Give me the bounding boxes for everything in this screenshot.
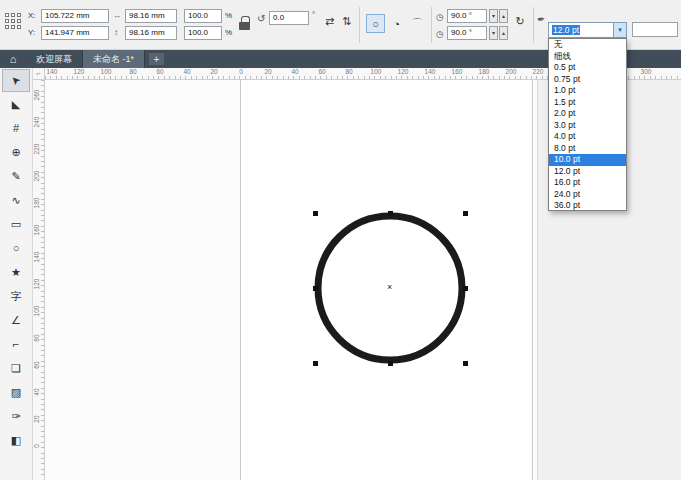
- y-position-field[interactable]: 141.947 mm: [41, 26, 109, 40]
- scale-x-field[interactable]: 100.0: [184, 9, 222, 23]
- anchor-point-selector-icon[interactable]: [5, 13, 23, 37]
- scale-y-field[interactable]: 100.0: [184, 26, 222, 40]
- rotation-icon: ↺: [257, 14, 265, 24]
- ruler-h-label: 300: [637, 68, 655, 75]
- ruler-v-label: 200: [33, 166, 43, 186]
- ruler-v-label: 60: [33, 355, 43, 375]
- transparency-tool[interactable]: ▨: [2, 381, 30, 404]
- ruler-h-label: 80: [340, 68, 358, 75]
- freehand-tool[interactable]: ✎: [2, 165, 30, 188]
- drop-shadow-tool-icon: ❏: [11, 363, 21, 374]
- scale-x-percent-label: %: [225, 11, 232, 20]
- interactive-fill-tool-icon: ◧: [11, 435, 21, 446]
- start-angle-field[interactable]: 90.0 °: [447, 9, 487, 23]
- outline-width-option[interactable]: 0.75 pt: [549, 74, 626, 86]
- selection-handle[interactable]: [313, 361, 318, 366]
- new-document-tab-button[interactable]: +: [149, 53, 164, 65]
- outline-width-option[interactable]: 36.0 pt: [549, 200, 626, 211]
- outline-width-option[interactable]: 12.0 pt: [549, 166, 626, 178]
- outline-width-option[interactable]: 4.0 pt: [549, 131, 626, 143]
- outline-width-option[interactable]: 1.0 pt: [549, 85, 626, 97]
- end-angle-spin-up[interactable]: ▴: [499, 26, 508, 40]
- ruler-v-label: 240: [33, 112, 43, 132]
- start-angle-spin-up[interactable]: ▴: [499, 9, 508, 23]
- mirror-vertical-button[interactable]: ⇅: [339, 13, 354, 29]
- object-height-field[interactable]: 98.16 mm: [125, 26, 177, 40]
- outline-style-selector[interactable]: [632, 22, 678, 37]
- artistic-media-tool[interactable]: ∿: [2, 189, 30, 212]
- ruler-v-label: 140: [33, 247, 43, 267]
- end-angle-spin-down[interactable]: ▾: [489, 26, 498, 40]
- tab-untitled-document[interactable]: 未命名 -1*: [83, 50, 145, 68]
- selection-handle[interactable]: [388, 361, 393, 366]
- connector-tool-icon: ⌐: [13, 339, 19, 350]
- change-direction-button[interactable]: ↻: [512, 13, 528, 30]
- end-angle-field[interactable]: 90.0 °: [447, 26, 487, 40]
- pick-tool-icon: ➤: [9, 73, 23, 87]
- start-angle-spin-down[interactable]: ▾: [489, 9, 498, 23]
- outline-width-dropdown-list[interactable]: 无细线0.5 pt0.75 pt1.0 pt1.5 pt2.0 pt3.0 pt…: [548, 38, 627, 211]
- shape-tool[interactable]: ◣: [2, 93, 30, 116]
- outline-width-option[interactable]: 10.0 pt: [549, 154, 626, 166]
- eyedropper-tool-icon: ✑: [11, 411, 20, 422]
- ruler-v-label: 260: [33, 85, 43, 105]
- selection-handle[interactable]: [313, 211, 318, 216]
- outline-width-option[interactable]: 2.0 pt: [549, 108, 626, 120]
- pick-tool[interactable]: ➤: [2, 69, 30, 92]
- ruler-vertical[interactable]: 260240220200180160140120100806040200: [33, 80, 45, 480]
- ruler-h-label: 80: [124, 68, 142, 75]
- ellipse-tool-icon: ○: [13, 243, 20, 254]
- outline-width-option[interactable]: 8.0 pt: [549, 143, 626, 155]
- app-window: X: 105.722 mm Y: 141.947 mm ↔ 98.16 mm ↕…: [0, 0, 681, 480]
- outline-width-option[interactable]: 3.0 pt: [549, 120, 626, 132]
- pie-mode-button[interactable]: ◔: [387, 14, 406, 33]
- object-height-icon: ↕: [114, 28, 118, 38]
- ruler-v-label: 80: [33, 328, 43, 348]
- mirror-horizontal-button[interactable]: ⇄: [322, 13, 337, 29]
- selection-handle[interactable]: [463, 361, 468, 366]
- freehand-tool-icon: ✎: [11, 171, 20, 182]
- connector-tool[interactable]: ⌐: [2, 333, 30, 356]
- outline-width-combo[interactable]: 12.0 pt ▾: [548, 22, 627, 38]
- drop-shadow-tool[interactable]: ❏: [2, 357, 30, 380]
- ruler-v-label: 220: [33, 139, 43, 159]
- text-tool[interactable]: 字: [2, 285, 30, 308]
- ruler-v-label: 20: [33, 409, 43, 429]
- arc-mode-button[interactable]: ⌒: [408, 14, 427, 33]
- lock-ratio-icon[interactable]: [239, 15, 251, 31]
- polygon-tool[interactable]: ★: [2, 261, 30, 284]
- outline-width-option[interactable]: 细线: [549, 51, 626, 63]
- ruler-origin-corner[interactable]: ⌐: [33, 68, 45, 80]
- selection-handle[interactable]: [463, 286, 468, 291]
- toolbox: ➤◣#⊕✎∿▭○★字∠⌐❏▨✑◧: [0, 68, 33, 480]
- crop-tool[interactable]: #: [2, 117, 30, 140]
- ellipse-tool[interactable]: ○: [2, 237, 30, 260]
- selection-handle[interactable]: [313, 286, 318, 291]
- selection-handle[interactable]: [463, 211, 468, 216]
- object-width-field[interactable]: 98.16 mm: [125, 9, 177, 23]
- outline-width-option[interactable]: 无: [549, 39, 626, 51]
- outline-width-option[interactable]: 1.5 pt: [549, 97, 626, 109]
- ruler-h-label: 20: [259, 68, 277, 75]
- separator: [359, 7, 360, 43]
- ruler-h-label: 60: [313, 68, 331, 75]
- ruler-h-label: 220: [529, 68, 547, 75]
- dimension-tool[interactable]: ∠: [2, 309, 30, 332]
- zoom-tool[interactable]: ⊕: [2, 141, 30, 164]
- interactive-fill-tool[interactable]: ◧: [2, 429, 30, 452]
- selection-handle[interactable]: [388, 211, 393, 216]
- separator: [533, 7, 534, 43]
- home-icon[interactable]: ⌂: [0, 50, 26, 68]
- rotation-angle-field[interactable]: 0.0: [269, 11, 309, 25]
- tab-welcome-screen[interactable]: 欢迎屏幕: [26, 50, 83, 68]
- outline-width-option[interactable]: 16.0 pt: [549, 177, 626, 189]
- x-position-field[interactable]: 105.722 mm: [41, 9, 109, 23]
- outline-width-option[interactable]: 0.5 pt: [549, 62, 626, 74]
- combo-dropdown-arrow-icon[interactable]: ▾: [613, 23, 626, 37]
- ellipse-mode-button[interactable]: ○: [366, 14, 385, 33]
- outline-width-option[interactable]: 24.0 pt: [549, 189, 626, 201]
- ruler-h-label: 20: [205, 68, 223, 75]
- eyedropper-tool[interactable]: ✑: [2, 405, 30, 428]
- rectangle-tool[interactable]: ▭: [2, 213, 30, 236]
- separator: [431, 7, 432, 43]
